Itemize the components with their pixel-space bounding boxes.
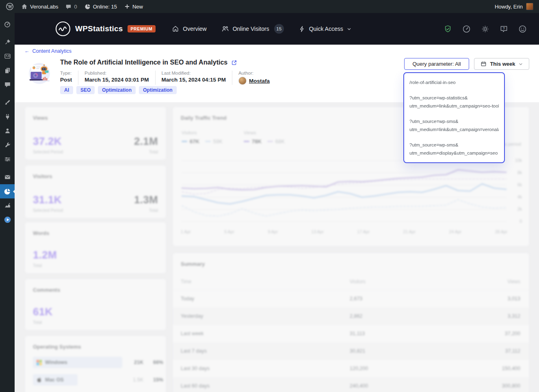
modified-value: March 15, 2024 04:15 PM <box>162 77 226 83</box>
x-tick-label: 9 Apr <box>268 229 278 234</box>
author-link[interactable]: Mostafa <box>249 78 270 84</box>
card-title: Visitors <box>33 173 52 179</box>
wp-admin-bar: VeronaLabs 0 Online: 15 New Howdy, Erin <box>0 0 539 13</box>
query-dropdown-item[interactable]: ?utm_source=wp-sms&utm_medium=display&ut… <box>409 141 499 157</box>
views-card: Views 37.2K Selected Period 2.1M Total <box>24 106 167 160</box>
wps-brand[interactable]: WPStatistics PREMIUM <box>55 21 156 37</box>
legend-views-previous[interactable]: 68K <box>267 138 285 144</box>
external-link-icon[interactable] <box>231 60 237 66</box>
site-menu[interactable]: VeronaLabs <box>21 3 58 10</box>
settings-gear-icon[interactable] <box>481 25 489 33</box>
traffic-chart-svg <box>181 159 507 224</box>
help-icon[interactable]: ? <box>500 25 508 33</box>
wrench-icon <box>4 142 11 149</box>
sidebar-item-appearance[interactable] <box>0 95 15 110</box>
os-row-windows: Windows 21K 66% <box>33 357 159 368</box>
windows-icon <box>37 360 42 365</box>
legend-visitors-previous[interactable]: 59K <box>205 138 223 144</box>
pushpin-icon <box>4 39 11 45</box>
breadcrumb[interactable]: ← Content Analytics <box>24 48 71 54</box>
feedback-smiley-icon[interactable] <box>518 25 527 33</box>
account-menu[interactable]: Howdy, Erin <box>495 3 533 10</box>
comments-icon <box>4 81 11 88</box>
summary-header-row: Time Visitors Views <box>173 276 529 290</box>
y-tick-label: 6k <box>517 182 522 187</box>
legend-dash-icon <box>182 141 187 142</box>
brand-name: WPStatistics <box>75 24 123 33</box>
post-title: The Role of Artificial Intelligence in S… <box>60 59 227 66</box>
os-percent: 15% <box>139 377 163 383</box>
legend-visitors-current[interactable]: 67K <box>182 138 199 144</box>
sidebar-item-users[interactable] <box>0 124 15 138</box>
date-range-button[interactable]: This week <box>474 58 529 70</box>
query-dropdown-item[interactable]: ?utm_source=wp-sms&utm_medium=link&utm_c… <box>409 117 499 134</box>
sidebar-item-mail[interactable] <box>0 170 15 184</box>
pie-chart-icon <box>84 4 91 10</box>
query-parameter-button[interactable]: Query parameter: All <box>404 58 469 70</box>
sidebar-item-settings[interactable] <box>0 152 15 166</box>
chart-line <box>182 200 506 216</box>
svg-text:?: ? <box>503 26 505 30</box>
tag-pill[interactable]: AI <box>60 86 73 94</box>
breadcrumb-label: Content Analytics <box>32 48 72 54</box>
visitors-card: Visitors 31.1K Selected Period 1.3M Tota… <box>24 165 167 219</box>
summary-row: Last 60 days240,400300,800 <box>173 377 529 392</box>
site-name: VeronaLabs <box>30 4 58 10</box>
card-title: Views <box>33 115 48 121</box>
x-tick-label: 24 Apr <box>449 229 461 234</box>
sidebar-item-comments[interactable] <box>0 78 15 92</box>
os-row-macos: Mac OS 1.5K 15% <box>33 374 159 386</box>
tag-pill[interactable]: Optimization <box>139 86 177 94</box>
comments-total-value: 61K <box>33 306 53 318</box>
visitors-total-value: 1.3M <box>134 194 158 206</box>
author-label: Author: <box>238 71 270 75</box>
summary-header-views: Views <box>507 279 520 284</box>
sidebar-item-analytics[interactable] <box>0 198 15 213</box>
online-menu[interactable]: Online: 15 <box>84 4 117 10</box>
query-dropdown-item[interactable]: /role-of-artificial-in-seo <box>409 78 499 86</box>
sidebar-item-media[interactable] <box>0 49 15 63</box>
words-card: Words 1.2M Total <box>24 222 167 274</box>
new-menu[interactable]: New <box>124 4 143 10</box>
wp-logo-menu[interactable] <box>6 2 14 11</box>
lightning-icon <box>299 26 305 32</box>
views-total-value: 2.1M <box>134 135 158 148</box>
comments-menu[interactable]: 0 <box>65 4 77 10</box>
tag-pill[interactable]: SEO <box>76 86 95 94</box>
performance-gauge-icon[interactable] <box>462 25 471 33</box>
nav-quick-access[interactable]: Quick Access <box>299 26 351 32</box>
sidebar-item-posts[interactable] <box>0 35 15 49</box>
sidebar-item-plugins[interactable] <box>0 110 15 124</box>
area-chart-icon <box>4 202 11 209</box>
comments-card: Comments 61K Total <box>24 278 167 331</box>
dashboard-gauge-icon <box>4 21 11 28</box>
sidebar-item-pages[interactable] <box>0 63 15 78</box>
sidebar-item-plugin-play[interactable] <box>0 213 15 227</box>
overview-home-icon <box>172 25 179 32</box>
x-tick-label: 13 Apr <box>312 229 324 234</box>
chart-legend: Visitors 67K 59K Views 78K 68K <box>182 130 285 144</box>
legend-dash-icon <box>205 141 211 142</box>
comments-count: 0 <box>74 4 77 10</box>
y-tick-label: 8k <box>517 170 522 175</box>
tag-pill[interactable]: Optimization <box>98 86 136 94</box>
howdy-label: Howdy, Erin <box>495 4 523 10</box>
wps-header-icons: ? <box>444 25 527 33</box>
legend-group-label: Visitors <box>182 130 223 135</box>
nav-online-visitors[interactable]: Online Visitors 15 <box>221 24 284 34</box>
sidebar-item-dashboard[interactable] <box>0 17 15 31</box>
type-label: Type: <box>60 71 72 75</box>
media-icon <box>4 53 11 60</box>
license-shield-icon[interactable] <box>444 25 452 33</box>
query-dropdown-item[interactable]: ?utm_source=wp-statistics&utm_medium=lin… <box>409 94 499 110</box>
sidebar-item-tools[interactable] <box>0 138 15 152</box>
sidebar-item-wp-statistics[interactable] <box>0 184 15 198</box>
nav-overview[interactable]: Overview <box>172 25 206 32</box>
comment-icon <box>65 4 71 10</box>
wps-header: WPStatistics PREMIUM Overview Online Vis… <box>15 13 539 45</box>
type-value: Post <box>60 77 72 83</box>
x-tick-label: 1 Apr <box>181 229 191 234</box>
paintbrush-icon <box>4 99 11 106</box>
chart-y-ticks: 10k8k6k4k2k0 <box>510 158 522 224</box>
legend-views-current[interactable]: 78K <box>244 138 262 144</box>
